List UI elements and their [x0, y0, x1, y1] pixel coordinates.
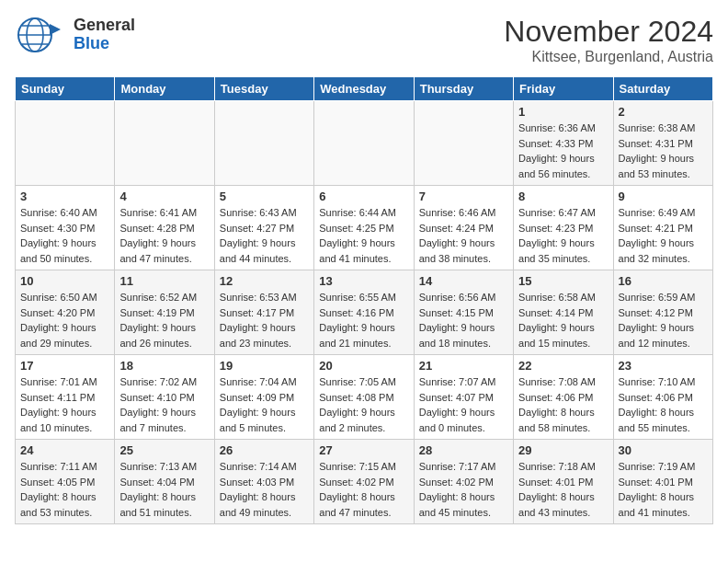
day-info: Sunrise: 6:38 AMSunset: 4:31 PMDaylight:… [619, 121, 708, 181]
calendar-cell: 7Sunrise: 6:46 AMSunset: 4:24 PMDaylight… [414, 186, 513, 270]
day-info-line: Sunrise: 6:44 AM [319, 205, 408, 221]
day-info: Sunrise: 7:08 AMSunset: 4:06 PMDaylight:… [518, 374, 608, 435]
day-info-line: and 26 minutes. [119, 336, 209, 351]
day-info-line: and 47 minutes. [119, 251, 209, 267]
day-number: 13 [319, 274, 408, 288]
day-info-line: Daylight: 8 hours [619, 405, 708, 420]
calendar-cell: 26Sunrise: 7:14 AMSunset: 4:03 PMDayligh… [214, 440, 313, 524]
day-info-line: Sunrise: 7:14 AM [220, 459, 309, 475]
day-info: Sunrise: 7:13 AMSunset: 4:04 PMDaylight:… [119, 459, 209, 520]
calendar-week-1: 1Sunrise: 6:36 AMSunset: 4:33 PMDaylight… [16, 101, 713, 186]
day-info-line: Sunrise: 7:10 AM [619, 374, 708, 390]
day-info: Sunrise: 6:44 AMSunset: 4:25 PMDaylight:… [319, 205, 408, 266]
day-info-line: Daylight: 9 hours [319, 236, 408, 251]
calendar-week-2: 3Sunrise: 6:40 AMSunset: 4:30 PMDaylight… [16, 186, 713, 270]
day-info-line: Daylight: 9 hours [518, 236, 608, 251]
day-info-line: Daylight: 9 hours [619, 236, 708, 251]
calendar-cell: 28Sunrise: 7:17 AMSunset: 4:02 PMDayligh… [414, 440, 513, 524]
day-info-line: and 12 minutes. [619, 336, 708, 351]
calendar-cell: 1Sunrise: 6:36 AMSunset: 4:33 PMDaylight… [514, 101, 613, 186]
day-info-line: and 41 minutes. [619, 505, 708, 521]
day-info-line: Sunrise: 6:47 AM [518, 205, 608, 221]
day-info-line: Daylight: 8 hours [119, 489, 209, 505]
day-info: Sunrise: 7:02 AMSunset: 4:10 PMDaylight:… [119, 374, 209, 435]
day-info-line: Daylight: 9 hours [319, 405, 408, 420]
day-info-line: Sunset: 4:10 PM [119, 390, 209, 406]
calendar-cell: 21Sunrise: 7:07 AMSunset: 4:07 PMDayligh… [414, 355, 513, 440]
day-info-line: Sunrise: 6:58 AM [518, 290, 608, 305]
day-info-line: and 51 minutes. [119, 505, 209, 521]
day-number: 15 [518, 274, 608, 288]
day-info-line: Daylight: 8 hours [619, 489, 708, 505]
day-info-line: Sunset: 4:12 PM [619, 305, 708, 321]
day-info-line: Daylight: 8 hours [220, 489, 309, 505]
day-info-line: Sunrise: 6:46 AM [419, 205, 508, 221]
calendar-cell: 17Sunrise: 7:01 AMSunset: 4:11 PMDayligh… [16, 355, 115, 440]
weekday-header-friday: Friday [514, 77, 613, 101]
day-info-line: Sunset: 4:06 PM [518, 390, 608, 406]
day-number: 23 [619, 359, 708, 373]
day-info-line: Daylight: 9 hours [619, 151, 708, 167]
day-info-line: Sunset: 4:02 PM [319, 475, 408, 490]
page-subtitle: Kittsee, Burgenland, Austria [504, 49, 713, 65]
day-info-line: and 47 minutes. [319, 505, 408, 521]
day-info-line: Daylight: 8 hours [419, 489, 508, 505]
day-info-line: Sunrise: 6:49 AM [619, 205, 708, 221]
calendar-cell: 6Sunrise: 6:44 AMSunset: 4:25 PMDaylight… [314, 186, 414, 270]
day-info-line: Sunset: 4:24 PM [419, 221, 508, 236]
calendar-cell [414, 101, 513, 186]
weekday-header-sunday: Sunday [16, 77, 115, 101]
day-number: 21 [419, 359, 508, 373]
calendar-cell: 9Sunrise: 6:49 AMSunset: 4:21 PMDaylight… [613, 186, 712, 270]
weekday-header-tuesday: Tuesday [214, 77, 313, 101]
day-number: 24 [20, 443, 109, 457]
calendar-cell: 8Sunrise: 6:47 AMSunset: 4:23 PMDaylight… [514, 186, 613, 270]
calendar-table: SundayMondayTuesdayWednesdayThursdayFrid… [15, 76, 713, 524]
logo-text: General Blue [74, 17, 135, 53]
day-info-line: Daylight: 9 hours [119, 320, 209, 336]
day-info-line: Sunset: 4:07 PM [419, 390, 508, 406]
day-info-line: Daylight: 9 hours [220, 320, 309, 336]
day-info-line: Daylight: 8 hours [20, 489, 109, 505]
calendar-cell: 15Sunrise: 6:58 AMSunset: 4:14 PMDayligh… [514, 270, 613, 355]
day-number: 30 [619, 443, 708, 457]
weekday-header-wednesday: Wednesday [314, 77, 414, 101]
calendar-cell: 13Sunrise: 6:55 AMSunset: 4:16 PMDayligh… [314, 270, 414, 355]
day-number: 28 [419, 443, 508, 457]
day-info-line: and 53 minutes. [619, 167, 708, 182]
day-number: 25 [119, 443, 209, 457]
day-info-line: Sunset: 4:17 PM [220, 305, 309, 321]
day-info: Sunrise: 6:47 AMSunset: 4:23 PMDaylight:… [518, 205, 608, 266]
calendar-cell: 3Sunrise: 6:40 AMSunset: 4:30 PMDaylight… [16, 186, 115, 270]
day-info: Sunrise: 7:10 AMSunset: 4:06 PMDaylight:… [619, 374, 708, 435]
day-info: Sunrise: 7:17 AMSunset: 4:02 PMDaylight:… [419, 459, 508, 520]
day-info-line: and 50 minutes. [20, 251, 109, 267]
day-info-line: Sunset: 4:31 PM [619, 136, 708, 152]
calendar-cell: 14Sunrise: 6:56 AMSunset: 4:15 PMDayligh… [414, 270, 513, 355]
day-info-line: Sunrise: 7:01 AM [20, 374, 109, 390]
day-info-line: Sunset: 4:04 PM [119, 475, 209, 490]
day-info-line: and 2 minutes. [319, 420, 408, 436]
day-info: Sunrise: 6:58 AMSunset: 4:14 PMDaylight:… [518, 290, 608, 350]
day-info-line: Sunrise: 7:02 AM [119, 374, 209, 390]
day-info-line: Daylight: 9 hours [619, 320, 708, 336]
day-info-line: Sunset: 4:03 PM [220, 475, 309, 490]
day-number: 22 [518, 359, 608, 373]
logo-general: General [74, 17, 135, 35]
day-info-line: and 10 minutes. [20, 420, 109, 436]
day-info: Sunrise: 6:40 AMSunset: 4:30 PMDaylight:… [20, 205, 109, 266]
svg-marker-5 [50, 24, 61, 35]
day-info: Sunrise: 7:15 AMSunset: 4:02 PMDaylight:… [319, 459, 408, 520]
calendar-week-4: 17Sunrise: 7:01 AMSunset: 4:11 PMDayligh… [16, 355, 713, 440]
calendar-week-5: 24Sunrise: 7:11 AMSunset: 4:05 PMDayligh… [16, 440, 713, 524]
day-info-line: Sunrise: 6:38 AM [619, 121, 708, 136]
day-info: Sunrise: 6:50 AMSunset: 4:20 PMDaylight:… [20, 290, 109, 350]
day-number: 5 [220, 190, 309, 203]
day-info: Sunrise: 7:14 AMSunset: 4:03 PMDaylight:… [220, 459, 309, 520]
calendar-cell: 4Sunrise: 6:41 AMSunset: 4:28 PMDaylight… [115, 186, 214, 270]
day-info: Sunrise: 7:05 AMSunset: 4:08 PMDaylight:… [319, 374, 408, 435]
day-info-line: and 38 minutes. [419, 251, 508, 267]
day-info-line: and 35 minutes. [518, 251, 608, 267]
day-number: 17 [20, 359, 109, 373]
day-info-line: Daylight: 9 hours [20, 405, 109, 420]
